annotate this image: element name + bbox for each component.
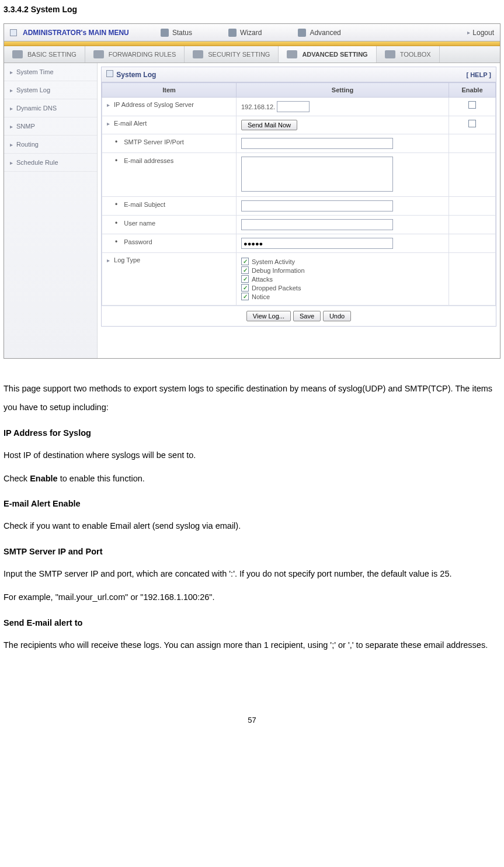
sidebar-item-snmp[interactable]: ▸ SNMP [4,117,97,136]
bullet-icon: • [115,219,117,227]
email-subject-label: E-mail Subject [124,201,165,208]
row-label: ▸ IP Address of Syslog Server [102,98,237,116]
row-label: • Password [102,234,237,253]
advanced-setting-icon [287,50,297,58]
ip-syslog-label: IP Address of Syslog Server [114,101,194,108]
row-setting [237,234,449,253]
row-smtp: • SMTP Server IP/Port [102,134,496,153]
chevron-icon: ▸ [10,105,13,112]
tab-toolbox[interactable]: TOOLBOX [377,46,440,63]
sidebar-item-dynamic-dns[interactable]: ▸ Dynamic DNS [4,99,97,117]
row-log-type: ▸ Log Type System Activity Debug Informa… [102,253,496,306]
tab-advanced-setting[interactable]: ADVANCED SETTING [279,46,376,63]
smtp-input[interactable] [241,138,393,149]
sidebar: ▸ System Time ▸ System Log ▸ Dynamic DNS… [4,63,98,358]
enable-checkbox-syslog[interactable] [468,101,476,109]
security-icon [193,50,203,58]
heading-email-alert: E-mail Alert Enable [4,495,500,514]
nav-status-label: Status [172,29,192,37]
panel-title: System Log [116,71,156,79]
tab-forwarding-label: FORWARDING RULES [109,51,176,58]
log-option-dropped-packets: Dropped Packets [241,284,444,292]
row-email-subject: • E-mail Subject [102,197,496,216]
bullet-icon: • [115,157,117,165]
log-type-label: Log Type [114,256,140,263]
view-log-button[interactable]: View Log... [246,311,291,321]
bullet-icon: • [115,138,117,146]
checkbox-debug-info[interactable] [241,266,249,274]
heading-smtp: SMTP Server IP and Port [4,543,500,561]
col-item: Item [102,83,237,98]
password-label: Password [124,238,152,245]
top-nav-items: Status Wizard Advanced [150,29,467,37]
row-enable [449,98,496,116]
email-addresses-textarea[interactable] [241,157,393,192]
checkbox-attacks[interactable] [241,275,249,283]
undo-button[interactable]: Undo [323,311,351,321]
save-button[interactable]: Save [293,311,321,321]
row-enable-empty [449,153,496,197]
nav-logout[interactable]: ▸ Logout [467,29,500,37]
row-enable-empty [449,216,496,234]
username-input[interactable] [241,219,393,230]
nav-wizard[interactable]: Wizard [228,29,262,37]
row-setting: Send Mail Now [237,116,449,134]
bullet-icon: • [115,200,117,209]
main-area: ▸ System Time ▸ System Log ▸ Dynamic DNS… [4,63,500,358]
email-subject-input[interactable] [241,200,393,211]
chevron-right-icon: ▸ [467,29,470,36]
sidebar-item-routing[interactable]: ▸ Routing [4,136,97,154]
settings-table: Item Setting Enable ▸ IP Address of Sysl… [102,82,496,306]
table-header: Item Setting Enable [102,83,496,98]
row-enable-empty [449,197,496,216]
sidebar-item-schedule-rule[interactable]: ▸ Schedule Rule [4,154,97,172]
tab-toolbox-label: TOOLBOX [400,51,431,58]
tab-security-label: SECURITY SETTING [208,51,270,58]
checkbox-notice[interactable] [241,293,249,300]
row-enable-empty [449,134,496,153]
checkbox-system-activity[interactable] [241,258,249,265]
nav-status[interactable]: Status [161,29,192,37]
row-label: • E-mail addresses [102,153,237,197]
tabs-row: BASIC SETTING FORWARDING RULES SECURITY … [4,46,500,63]
tab-basic-setting[interactable]: BASIC SETTING [4,46,85,63]
checkbox-dropped-packets[interactable] [241,284,249,292]
enable-checkbox-email[interactable] [468,120,476,127]
tab-forwarding-rules[interactable]: FORWARDING RULES [85,46,185,63]
log-option-notice: Notice [241,293,444,300]
row-ip-syslog: ▸ IP Address of Syslog Server 192.168.12… [102,98,496,116]
nav-advanced[interactable]: Advanced [298,29,340,37]
triangle-icon: ▸ [107,257,110,263]
toolbox-icon [385,50,395,58]
nav-wizard-label: Wizard [240,29,262,37]
col-setting: Setting [237,83,449,98]
password-input[interactable] [241,238,393,249]
main-menu-label: ADMINISTRATOR's MAIN MENU [4,29,150,37]
content-panel-wrapper: System Log [ HELP ] Item Setting Enable … [98,63,500,358]
sidebar-item-system-log[interactable]: ▸ System Log [4,81,97,99]
sidebar-item-system-time[interactable]: ▸ System Time [4,63,97,81]
row-email-addresses: • E-mail addresses [102,153,496,197]
button-row: View Log... Save Undo [102,306,496,326]
help-link[interactable]: [ HELP ] [466,71,491,78]
tab-security-setting[interactable]: SECURITY SETTING [185,46,279,63]
para-ip-syslog-2: Check Enable to enable this function. [4,470,500,488]
username-label: User name [124,220,155,227]
ip-syslog-suffix-input[interactable] [277,101,310,112]
text-c: to enable this function. [58,474,145,483]
row-enable-empty [449,234,496,253]
status-icon [161,29,169,37]
log-option-label: Dropped Packets [252,285,301,292]
email-addresses-label: E-mail addresses [124,157,173,164]
forwarding-icon [93,50,104,58]
sidebar-item-label: Routing [16,141,39,148]
triangle-icon: ▸ [107,102,110,108]
panel-icon [106,70,113,77]
send-mail-now-button[interactable]: Send Mail Now [241,120,297,130]
row-setting [237,216,449,234]
sidebar-item-label: Dynamic DNS [16,105,57,112]
chevron-icon: ▸ [10,159,13,166]
row-label: • User name [102,216,237,234]
row-setting: 192.168.12. [237,98,449,116]
log-option-attacks: Attacks [241,275,444,283]
